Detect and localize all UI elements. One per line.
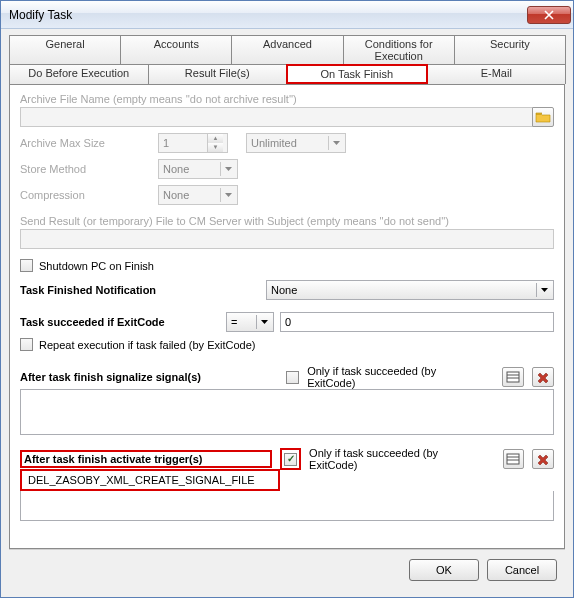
- button-bar: OK Cancel: [9, 549, 565, 589]
- content-area: General Accounts Advanced Conditions for…: [1, 29, 573, 597]
- browse-archive-button[interactable]: [532, 107, 554, 127]
- store-method-label: Store Method: [20, 163, 150, 175]
- svg-rect-3: [507, 454, 519, 464]
- tabs-row-1: General Accounts Advanced Conditions for…: [9, 35, 565, 64]
- activate-listbox[interactable]: DEL_ZASOBY_XML_CREATE_SIGNAL_FILE: [24, 472, 276, 488]
- activate-label: After task finish activate trigger(s): [24, 453, 268, 465]
- activate-only-label: Only if task succeeded (by ExitCode): [309, 447, 487, 471]
- shutdown-row: Shutdown PC on Finish: [20, 259, 554, 272]
- activate-checkbox-highlight: [280, 448, 301, 470]
- signalize-only-label: Only if task succeeded (by ExitCode): [307, 365, 486, 389]
- tab-security[interactable]: Security: [454, 35, 566, 64]
- close-button[interactable]: [527, 6, 571, 24]
- send-result-group: Send Result (or temporary) File to CM Se…: [20, 215, 554, 249]
- activate-delete-button[interactable]: [532, 449, 554, 469]
- notification-combo[interactable]: None: [266, 280, 554, 300]
- signalize-delete-button[interactable]: [532, 367, 554, 387]
- signalize-label: After task finish signalize signal(s): [20, 371, 278, 383]
- activate-section: After task finish activate trigger(s) On…: [20, 447, 554, 521]
- chevron-down-icon: [536, 283, 551, 297]
- tab-do-before[interactable]: Do Before Execution: [9, 64, 149, 84]
- tabs-row-2: Do Before Execution Result File(s) On Ta…: [9, 64, 565, 84]
- compression-label: Compression: [20, 189, 150, 201]
- archive-max-size-unit-combo[interactable]: Unlimited: [246, 133, 346, 153]
- repeat-label: Repeat execution if task failed (by Exit…: [39, 339, 255, 351]
- store-method-value: None: [163, 163, 189, 175]
- tab-on-task-finish[interactable]: On Task Finish: [286, 64, 428, 84]
- shutdown-label: Shutdown PC on Finish: [39, 260, 154, 272]
- spin-up-icon[interactable]: ▲: [207, 134, 223, 143]
- archive-max-size-spinner[interactable]: ▲▼: [158, 133, 228, 153]
- shutdown-checkbox[interactable]: [20, 259, 33, 272]
- activate-list-item[interactable]: DEL_ZASOBY_XML_CREATE_SIGNAL_FILE: [28, 474, 272, 486]
- signalize-list-button[interactable]: [502, 367, 524, 387]
- activate-listbox-remainder[interactable]: [20, 491, 554, 521]
- notification-row: Task Finished Notification None: [20, 280, 554, 300]
- titlebar: Modify Task: [1, 1, 573, 29]
- send-result-label: Send Result (or temporary) File to CM Se…: [20, 215, 554, 227]
- tab-conditions[interactable]: Conditions for Execution: [343, 35, 455, 64]
- repeat-checkbox[interactable]: [20, 338, 33, 351]
- chevron-down-icon: [220, 162, 235, 176]
- archive-name-label: Archive File Name (empty means ''do not …: [20, 93, 554, 105]
- activate-item-highlight: DEL_ZASOBY_XML_CREATE_SIGNAL_FILE: [20, 469, 280, 491]
- notification-label: Task Finished Notification: [20, 284, 260, 296]
- succeeded-row: Task succeeded if ExitCode =: [20, 312, 554, 332]
- cancel-button[interactable]: Cancel: [487, 559, 557, 581]
- succeeded-value-input[interactable]: [280, 312, 554, 332]
- tab-result-files[interactable]: Result File(s): [148, 64, 288, 84]
- archive-max-size-value[interactable]: [159, 137, 207, 149]
- signalize-listbox[interactable]: [20, 389, 554, 435]
- activate-only-checkbox[interactable]: [284, 453, 297, 466]
- ok-button[interactable]: OK: [409, 559, 479, 581]
- modify-task-window: Modify Task General Accounts Advanced Co…: [0, 0, 574, 598]
- window-title: Modify Task: [9, 8, 527, 22]
- send-result-input[interactable]: [20, 229, 554, 249]
- succeeded-op-value: =: [231, 316, 237, 328]
- store-method-combo[interactable]: None: [158, 159, 238, 179]
- tab-email[interactable]: E-Mail: [427, 64, 567, 84]
- activate-label-highlight: After task finish activate trigger(s): [20, 450, 272, 468]
- archive-name-group: Archive File Name (empty means ''do not …: [20, 93, 554, 127]
- chevron-down-icon: [220, 188, 235, 202]
- notification-value: None: [271, 284, 297, 296]
- tab-accounts[interactable]: Accounts: [120, 35, 232, 64]
- tab-general[interactable]: General: [9, 35, 121, 64]
- signalize-only-checkbox[interactable]: [286, 371, 299, 384]
- archive-settings-grid: Archive Max Size ▲▼ Unlimited Store Meth…: [20, 133, 554, 205]
- repeat-row: Repeat execution if task failed (by Exit…: [20, 338, 554, 351]
- signalize-section: After task finish signalize signal(s) On…: [20, 365, 554, 435]
- succeeded-label: Task succeeded if ExitCode: [20, 316, 220, 328]
- succeeded-op-combo[interactable]: =: [226, 312, 274, 332]
- activate-list-button[interactable]: [503, 449, 525, 469]
- compression-value: None: [163, 189, 189, 201]
- tab-panel: Archive File Name (empty means ''do not …: [9, 84, 565, 549]
- chevron-down-icon: [256, 315, 271, 329]
- archive-name-input[interactable]: [20, 107, 532, 127]
- chevron-down-icon: [328, 136, 343, 150]
- spin-down-icon[interactable]: ▼: [207, 143, 223, 152]
- archive-max-size-label: Archive Max Size: [20, 137, 150, 149]
- svg-rect-0: [507, 372, 519, 382]
- tab-advanced[interactable]: Advanced: [231, 35, 343, 64]
- compression-combo[interactable]: None: [158, 185, 238, 205]
- archive-max-size-unit-value: Unlimited: [251, 137, 297, 149]
